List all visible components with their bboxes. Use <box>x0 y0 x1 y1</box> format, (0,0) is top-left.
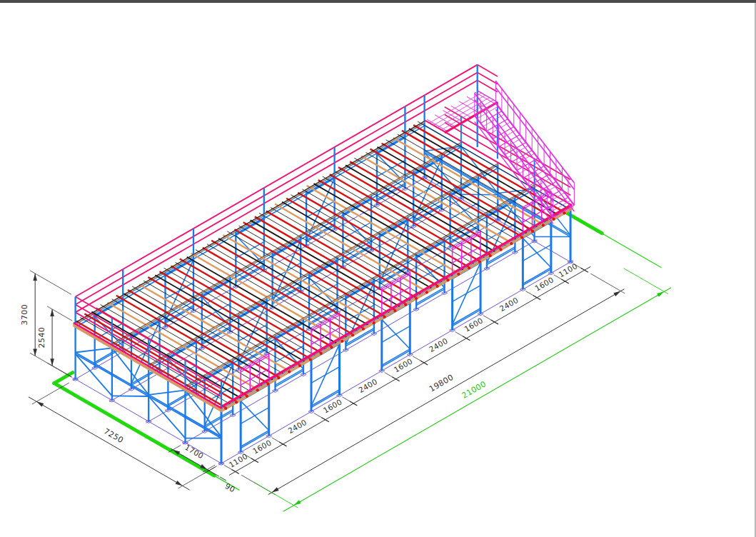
isometric-drawing: 1100160024001600240016002400160024001600… <box>0 0 756 537</box>
dim-label-length-segment: 1100 <box>227 451 249 469</box>
edge-handrails <box>76 65 571 407</box>
dim-label-length-segment: 2400 <box>428 336 450 354</box>
dim-label-length-segment: 1100 <box>557 261 579 279</box>
dim-label-length-total: 19800 <box>428 373 455 394</box>
cad-viewport: 1100160024001600240016002400160024001600… <box>0 0 756 537</box>
dim-label-height-total: 3700 <box>20 304 29 326</box>
dim-label-length-overall: 21000 <box>460 379 488 401</box>
dim-label-depth-edge-offset: 90 <box>223 481 236 493</box>
dim-label-depth-total: 7250 <box>102 426 125 445</box>
dim-label-length-segment: 2400 <box>286 418 308 436</box>
dim-label-length-segment: 2400 <box>357 377 379 395</box>
dim-label-height-platform: 2540 <box>37 327 46 348</box>
dim-label-length-segment: 2400 <box>498 296 520 313</box>
